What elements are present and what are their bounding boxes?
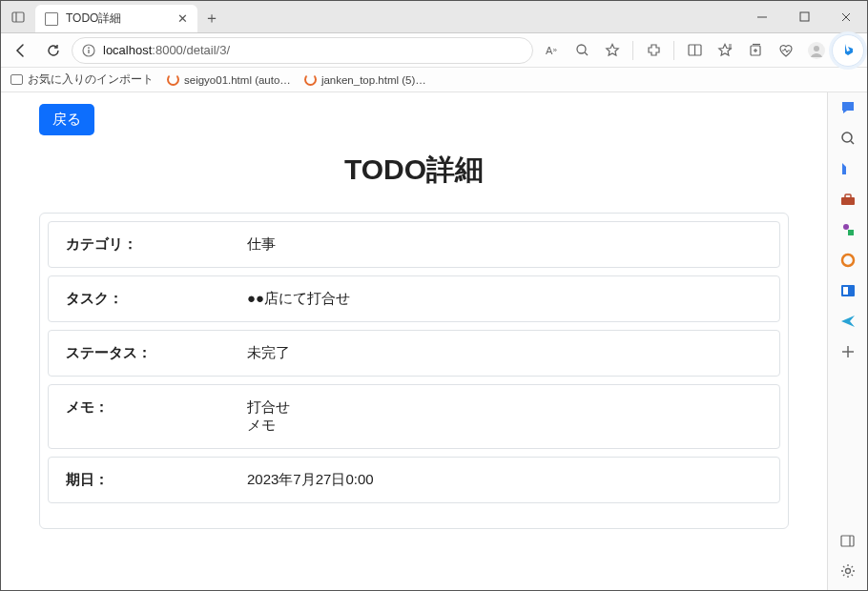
svg-point-7 <box>88 47 90 49</box>
svg-line-10 <box>585 52 588 55</box>
window-titlebar: TODO詳細 ✕ ＋ <box>1 1 867 33</box>
favorite-star-icon[interactable] <box>598 36 627 65</box>
svg-rect-32 <box>841 536 854 546</box>
tab-title: TODO詳細 <box>66 10 121 27</box>
collections-icon[interactable] <box>741 36 770 65</box>
page-icon <box>45 12 58 26</box>
detail-value: 打合せ メモ <box>247 398 290 435</box>
svg-line-23 <box>851 141 854 144</box>
detail-row-status: ステータス： 未完了 <box>48 330 780 377</box>
detail-card: カテゴリ： 仕事 タスク： ●●店にて打合せ ステータス： 未完了 メモ： 打合… <box>39 213 789 529</box>
toolbar-divider <box>632 41 633 60</box>
toolbar-divider <box>673 41 674 60</box>
detail-value: ●●店にて打合せ <box>247 290 350 308</box>
detail-row-task: タスク： ●●店にて打合せ <box>48 275 780 322</box>
bing-chat-icon[interactable] <box>832 34 864 67</box>
split-screen-icon[interactable] <box>680 36 709 65</box>
detail-row-due: 期日： 2023年7月27日0:00 <box>48 457 780 503</box>
bookmark-favicon <box>167 73 179 86</box>
extensions-icon[interactable] <box>639 36 668 65</box>
new-tab-button[interactable]: ＋ <box>197 5 226 32</box>
read-aloud-icon[interactable]: A» <box>537 36 566 65</box>
detail-value: 未完了 <box>247 344 290 362</box>
detail-row-category: カテゴリ： 仕事 <box>48 221 780 268</box>
sidebar-add-icon[interactable] <box>838 342 858 361</box>
page-content: 戻る TODO詳細 カテゴリ： 仕事 タスク： ●●店にて打合せ ステータス： … <box>1 92 827 590</box>
bookmark-item[interactable]: seigyo01.html (auto… <box>167 73 291 86</box>
back-link-button[interactable]: 戻る <box>39 104 94 135</box>
profile-icon[interactable] <box>802 36 831 65</box>
site-info-icon[interactable] <box>82 44 95 57</box>
sidebar-search-icon[interactable] <box>838 129 858 148</box>
detail-label: メモ： <box>66 398 247 435</box>
svg-point-22 <box>842 132 852 142</box>
svg-rect-25 <box>845 194 851 198</box>
sidebar-office-icon[interactable] <box>838 251 858 270</box>
close-window-button[interactable] <box>825 1 867 32</box>
svg-point-34 <box>845 569 850 574</box>
minimize-button[interactable] <box>741 1 783 32</box>
svg-rect-0 <box>12 12 24 22</box>
detail-value: 2023年7月27日0:00 <box>247 471 374 489</box>
sidebar-send-icon[interactable] <box>838 312 858 331</box>
bookmark-favicon <box>304 73 317 86</box>
svg-point-21 <box>814 46 819 51</box>
detail-label: タスク： <box>66 290 247 308</box>
wellness-icon[interactable] <box>772 36 800 65</box>
zoom-icon[interactable] <box>568 36 596 65</box>
bookmarks-bar: お気に入りのインポート seigyo01.html (auto… janken_… <box>1 68 867 92</box>
detail-row-memo: メモ： 打合せ メモ <box>48 384 780 449</box>
svg-rect-3 <box>800 12 809 21</box>
window-controls <box>741 1 867 32</box>
svg-rect-27 <box>848 230 854 235</box>
bookmark-item[interactable]: janken_top.html (5)… <box>304 73 426 86</box>
maximize-button[interactable] <box>783 1 825 32</box>
sidebar-tools-icon[interactable] <box>838 190 858 209</box>
browser-tab[interactable]: TODO詳細 ✕ <box>35 5 197 32</box>
address-bar[interactable]: localhost:8000/detail/3/ <box>72 37 533 64</box>
import-icon <box>10 74 23 85</box>
edge-sidebar <box>827 92 867 590</box>
sidebar-toggle-icon[interactable] <box>838 531 858 550</box>
import-favorites[interactable]: お気に入りのインポート <box>10 72 154 87</box>
detail-label: ステータス： <box>66 344 247 362</box>
url-text: localhost:8000/detail/3/ <box>103 43 230 57</box>
address-bar-row: localhost:8000/detail/3/ A» ⋯ <box>1 33 867 68</box>
svg-rect-8 <box>88 50 89 53</box>
close-tab-icon[interactable]: ✕ <box>177 11 188 26</box>
back-button[interactable] <box>7 36 35 65</box>
detail-label: 期日： <box>66 471 247 489</box>
sidebar-settings-icon[interactable] <box>838 561 858 581</box>
detail-label: カテゴリ： <box>66 235 247 254</box>
svg-rect-29 <box>843 287 848 295</box>
sidebar-shopping-icon[interactable] <box>838 159 858 178</box>
sidebar-outlook-icon[interactable] <box>838 281 858 300</box>
page-title: TODO詳細 <box>39 151 789 190</box>
refresh-button[interactable] <box>39 36 68 65</box>
detail-value: 仕事 <box>247 235 276 254</box>
sidebar-chat-icon[interactable] <box>838 98 858 117</box>
tab-actions-icon[interactable] <box>1 1 35 32</box>
svg-point-26 <box>843 224 849 230</box>
sidebar-games-icon[interactable] <box>838 220 858 239</box>
favorites-icon[interactable] <box>711 36 739 65</box>
svg-point-9 <box>577 45 586 53</box>
